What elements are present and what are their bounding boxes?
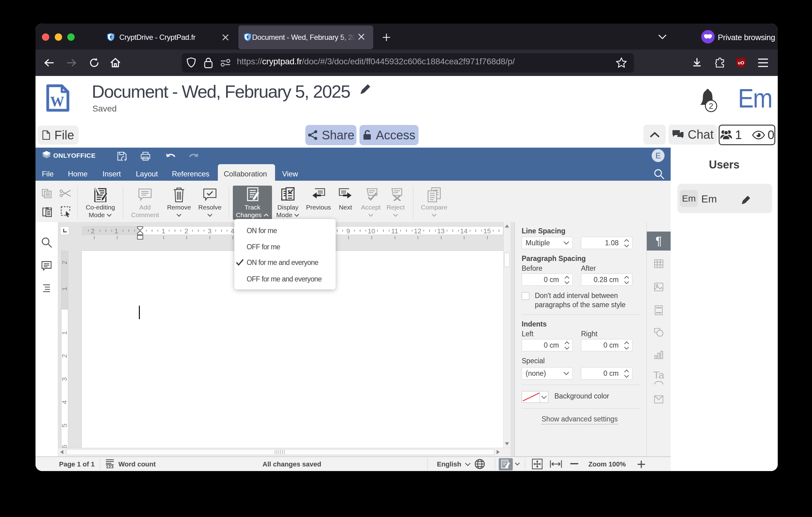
svg-text:W: W — [50, 94, 64, 109]
svg-text:uO: uO — [738, 60, 744, 65]
